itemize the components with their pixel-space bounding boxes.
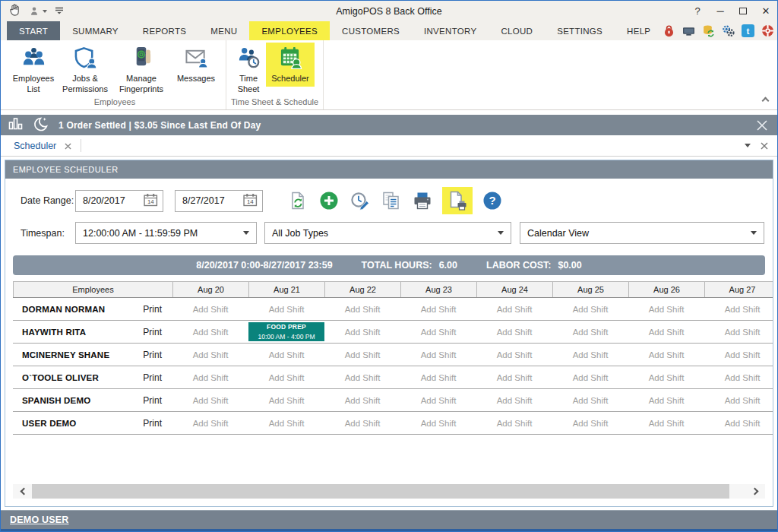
ribbon-tab-reports[interactable]: REPORTS [131, 21, 198, 40]
print-link[interactable]: Print [143, 418, 162, 429]
tab-strip-close-icon[interactable] [761, 139, 768, 153]
customize-toolbar-icon[interactable] [54, 5, 65, 18]
add-shift-cell[interactable]: Add Shift [552, 412, 628, 434]
tab-scheduler[interactable]: Scheduler [11, 135, 81, 156]
timespan-select[interactable]: 12:00:00 AM - 11:59:59 PM [75, 222, 257, 244]
add-shift-cell[interactable]: Add Shift [628, 366, 704, 388]
tab-close-icon[interactable] [65, 139, 71, 153]
add-shift-cell[interactable]: Add Shift [704, 344, 773, 366]
print-schedule-button[interactable] [442, 187, 473, 214]
scroll-left-button[interactable] [13, 484, 32, 499]
add-shift-cell[interactable]: Add Shift [552, 366, 628, 388]
print-link[interactable]: Print [143, 395, 162, 406]
job-types-select[interactable]: All Job Types [264, 222, 511, 244]
add-shift-cell[interactable]: Add Shift [248, 298, 324, 320]
ribbon-tab-cloud[interactable]: CLOUD [489, 21, 545, 40]
add-shift-cell[interactable]: Add Shift [552, 298, 628, 320]
add-shift-cell[interactable]: Add Shift [552, 344, 628, 366]
add-shift-cell[interactable]: Add Shift [172, 344, 248, 366]
add-shift-cell[interactable]: Add Shift [324, 366, 400, 388]
shift-block[interactable]: FOOD PREP10:00 AM - 4:00 PM [248, 322, 324, 341]
add-shift-cell[interactable]: Add Shift [476, 412, 552, 434]
add-shift-cell[interactable]: Add Shift [324, 344, 400, 366]
add-shift-cell[interactable]: Add Shift [324, 321, 400, 343]
add-shift-cell[interactable]: Add Shift [628, 321, 704, 343]
add-shift-cell[interactable]: Add Shift [476, 298, 552, 320]
help-button[interactable]: ? [481, 188, 504, 213]
ribbon-tab-customers[interactable]: CUSTOMERS [330, 21, 412, 40]
database-sync-icon[interactable] [702, 24, 715, 37]
add-shift-cell[interactable]: Add Shift [628, 298, 704, 320]
view-select[interactable]: Calendar View [520, 222, 764, 244]
ribbon-tab-help[interactable]: HELP [615, 21, 663, 40]
add-shift-cell[interactable]: Add Shift [172, 412, 248, 434]
horizontal-scrollbar[interactable] [13, 484, 765, 499]
print-button[interactable] [411, 188, 434, 213]
ribbon-tab-settings[interactable]: SETTINGS [545, 21, 615, 40]
copy-schedule-button[interactable] [380, 188, 403, 213]
add-shift-cell[interactable]: Add Shift [324, 389, 400, 411]
add-shift-cell[interactable]: Add Shift [628, 412, 704, 434]
add-shift-cell[interactable]: Add Shift [476, 366, 552, 388]
date-from-input[interactable]: 8/20/2017 14 [75, 190, 163, 212]
add-shift-cell[interactable]: Add Shift [248, 366, 324, 388]
status-user-link[interactable]: DEMO USER [10, 515, 69, 525]
add-shift-cell[interactable]: Add Shift [248, 389, 324, 411]
add-shift-cell[interactable]: Add Shift [704, 321, 773, 343]
calendar-picker-icon[interactable]: 14 [243, 193, 258, 209]
date-to-input[interactable]: 8/27/2017 14 [175, 190, 263, 212]
end-of-day-moon-icon[interactable] [33, 116, 49, 135]
add-shift-cell[interactable]: Add Shift [704, 389, 773, 411]
ribbon-tab-menu[interactable]: MENU [198, 21, 249, 40]
edit-time-button[interactable] [349, 188, 372, 213]
add-shift-cell[interactable]: Add Shift [552, 389, 628, 411]
scrollbar-thumb[interactable] [32, 484, 729, 499]
add-shift-cell[interactable]: Add Shift [552, 321, 628, 343]
ribbon-collapse-chevron-icon[interactable] [762, 97, 770, 105]
add-shift-cell[interactable]: Add Shift [172, 321, 248, 343]
add-shift-cell[interactable]: Add Shift [400, 321, 476, 343]
add-shift-cell[interactable]: Add Shift [248, 412, 324, 434]
ribbon-tab-summary[interactable]: SUMMARY [60, 21, 131, 40]
add-shift-cell[interactable]: Add Shift [400, 344, 476, 366]
ribbon-item-scheduler[interactable]: Scheduler [266, 43, 315, 87]
add-shift-cell[interactable]: Add Shift [400, 412, 476, 434]
add-shift-cell[interactable]: Add Shift [248, 344, 324, 366]
add-shift-cell[interactable]: Add Shift [172, 366, 248, 388]
support-ring-icon[interactable] [761, 24, 774, 37]
calendar-picker-icon[interactable]: 14 [144, 193, 158, 209]
add-shift-cell[interactable]: Add Shift [172, 389, 248, 411]
add-shift-cell[interactable]: Add Shift [476, 344, 552, 366]
lock-icon[interactable] [663, 24, 675, 37]
ribbon-tab-inventory[interactable]: INVENTORY [412, 21, 489, 40]
print-link[interactable]: Print [143, 327, 162, 337]
print-link[interactable]: Print [143, 304, 162, 315]
ribbon-item-manage-fingerprints[interactable]: Manage Fingerprints [112, 43, 171, 97]
add-shift-cell[interactable]: Add Shift [400, 298, 476, 320]
refresh-button[interactable] [286, 188, 309, 213]
add-shift-cell[interactable]: Add Shift [476, 321, 552, 343]
pos-display-icon[interactable] [682, 24, 695, 37]
add-shift-button[interactable] [318, 188, 340, 213]
add-shift-cell[interactable]: Add Shift [704, 412, 773, 434]
add-shift-cell[interactable]: Add Shift [704, 366, 773, 388]
services-gear-icon[interactable] [722, 24, 735, 37]
quick-access-user-icon[interactable] [29, 6, 47, 17]
notification-close-icon[interactable] [747, 115, 777, 135]
scrollbar-track[interactable] [729, 484, 746, 499]
ribbon-item-time-sheet[interactable]: Time Sheet [231, 43, 266, 97]
print-link[interactable]: Print [143, 372, 162, 383]
window-maximize-button[interactable] [732, 2, 754, 21]
print-link[interactable]: Print [143, 350, 162, 360]
add-shift-cell[interactable]: Add Shift [400, 366, 476, 388]
ribbon-item-employees-list[interactable]: Employees List [8, 43, 59, 97]
tab-list-dropdown-icon[interactable] [745, 144, 751, 147]
ribbon-tab-start[interactable]: START [7, 21, 60, 40]
ribbon-tab-employees[interactable]: EMPLOYEES [249, 21, 330, 40]
window-close-button[interactable]: ✕ [754, 2, 777, 21]
window-minimize-button[interactable]: ─ [709, 2, 732, 21]
add-shift-cell[interactable]: Add Shift [400, 389, 476, 411]
ribbon-item-jobs-permissions[interactable]: Jobs & Permissions [59, 43, 112, 97]
bar-chart-icon[interactable] [8, 117, 24, 134]
ribbon-item-messages[interactable]: Messages [171, 43, 221, 87]
